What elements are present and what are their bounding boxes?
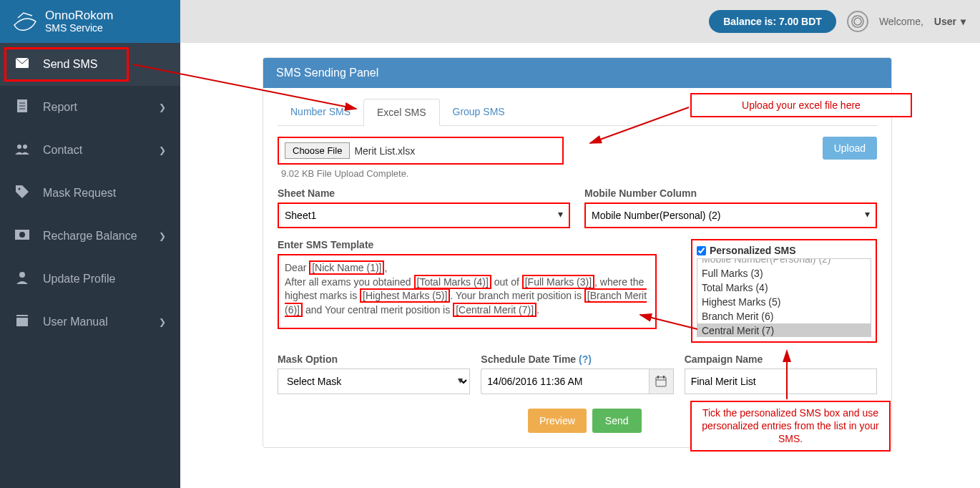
- caret-down-icon: ▾: [961, 16, 966, 27]
- swirl-icon: [851, 14, 865, 29]
- token-central: [Central Merit (7)]: [453, 303, 536, 317]
- svg-point-6: [23, 145, 27, 149]
- chevron-right-icon: ❯: [159, 317, 166, 327]
- campaign-input[interactable]: [685, 369, 877, 394]
- file-picker[interactable]: Choose File Merit List.xlsx: [278, 137, 564, 165]
- logo-icon: [11, 7, 39, 36]
- choose-file-button[interactable]: Choose File: [285, 142, 350, 159]
- calendar-icon: [655, 376, 667, 387]
- list-item[interactable]: Full Marks (3): [697, 266, 871, 280]
- token-total: [Total Marks (4)]: [414, 275, 491, 289]
- tab-group-sms[interactable]: Group SMS: [440, 99, 518, 125]
- list-item[interactable]: Branch Merit (6): [697, 309, 871, 323]
- personalized-checkbox[interactable]: [697, 246, 706, 255]
- file-name: Merit List.xlsx: [354, 145, 415, 157]
- sidebar-item-send-sms[interactable]: Send SMS: [0, 43, 180, 86]
- welcome-text: Welcome,: [879, 16, 923, 27]
- token-nickname: [Nick Name (1)]: [309, 260, 384, 275]
- sheet-name-label: Sheet Name: [278, 187, 570, 199]
- sidebar-item-mask-request[interactable]: Mask Request: [0, 172, 180, 215]
- sidebar-item-label: Recharge Balance: [43, 230, 137, 243]
- user-name: User: [934, 16, 956, 27]
- money-icon: [14, 230, 30, 243]
- file-icon: [14, 99, 30, 115]
- sidebar-item-label: Send SMS: [43, 58, 97, 71]
- list-item[interactable]: Total Marks (4): [697, 280, 871, 295]
- schedule-input[interactable]: [481, 369, 649, 394]
- brand-logo[interactable]: OnnoRokom SMS Service: [0, 0, 180, 43]
- list-item[interactable]: Mobile Number(Personal) (2): [697, 258, 871, 266]
- avatar[interactable]: [847, 11, 868, 32]
- personalized-label: Personalized SMS: [710, 245, 796, 256]
- sidebar-item-label: Contact: [43, 144, 82, 157]
- sidebar-item-report[interactable]: Report❯: [0, 86, 180, 129]
- token-highest: [Highest Marks (5)]: [360, 288, 450, 303]
- chevron-right-icon: ❯: [159, 145, 166, 155]
- preview-button[interactable]: Preview: [528, 409, 587, 433]
- sidebar-item-update-profile[interactable]: Update Profile: [0, 258, 180, 301]
- brand-line2: SMS Service: [45, 23, 113, 34]
- svg-point-9: [19, 232, 25, 238]
- personalized-list[interactable]: Mobile Number(Personal) (2)Full Marks (3…: [697, 258, 871, 337]
- mobile-column-label: Mobile Number Column: [584, 187, 877, 199]
- tags-icon: [14, 185, 30, 201]
- sheet-name-select[interactable]: Sheet1: [278, 202, 570, 228]
- personalized-box: Personalized SMS Mobile Number(Personal)…: [691, 239, 877, 343]
- schedule-label: Schedule Date Time (?): [481, 353, 673, 365]
- brand-line1: OnnoRokom: [45, 9, 113, 23]
- svg-point-10: [19, 272, 25, 278]
- chevron-right-icon: ❯: [159, 231, 166, 241]
- annotation-personalized: Tick the personalized SMS box and use pe…: [690, 401, 891, 452]
- upload-button[interactable]: Upload: [823, 137, 877, 160]
- token-full: [Full Marks (3)]: [522, 275, 594, 289]
- svg-point-7: [19, 188, 21, 190]
- sidebar-item-contact[interactable]: Contact❯: [0, 129, 180, 172]
- svg-point-5: [17, 145, 21, 149]
- list-item[interactable]: Highest Marks (5): [697, 295, 871, 309]
- chevron-right-icon: ❯: [159, 102, 166, 112]
- send-button[interactable]: Send: [592, 409, 642, 433]
- campaign-label: Campaign Name: [685, 353, 877, 365]
- calendar-button[interactable]: [649, 369, 674, 394]
- list-item[interactable]: Central Merit (7): [697, 323, 871, 337]
- sms-template-input[interactable]: Dear [Nick Name (1)], After all exams yo…: [278, 254, 657, 329]
- balance-pill: Balance is: 7.00 BDT: [709, 10, 836, 33]
- sidebar: Send SMSReport❯Contact❯Mask RequestRecha…: [0, 43, 180, 488]
- template-label: Enter SMS Template: [278, 239, 680, 250]
- mask-select[interactable]: Select Mask: [278, 369, 470, 394]
- user-menu[interactable]: User ▾: [934, 16, 966, 27]
- sidebar-item-user-manual[interactable]: User Manual❯: [0, 301, 180, 343]
- tab-excel-sms[interactable]: Excel SMS: [363, 99, 439, 126]
- annotation-upload: Upload your excel file here: [690, 93, 912, 117]
- mask-label: Mask Option: [278, 353, 470, 365]
- mobile-column-select[interactable]: Mobile Number(Personal) (2): [584, 202, 877, 228]
- sidebar-item-label: User Manual: [43, 316, 108, 328]
- tab-number-sms[interactable]: Number SMS: [278, 99, 363, 125]
- sidebar-item-recharge-balance[interactable]: Recharge Balance❯: [0, 215, 180, 258]
- envelope-icon: [14, 58, 30, 71]
- user-icon: [14, 271, 30, 287]
- panel-title: SMS Sending Panel: [263, 58, 891, 88]
- sidebar-item-label: Mask Request: [43, 187, 116, 200]
- sidebar-item-label: Update Profile: [43, 273, 115, 286]
- users-icon: [14, 143, 30, 157]
- sidebar-item-label: Report: [43, 101, 77, 114]
- book-icon: [14, 315, 30, 329]
- upload-status: 9.02 KB File Upload Complete.: [278, 168, 877, 179]
